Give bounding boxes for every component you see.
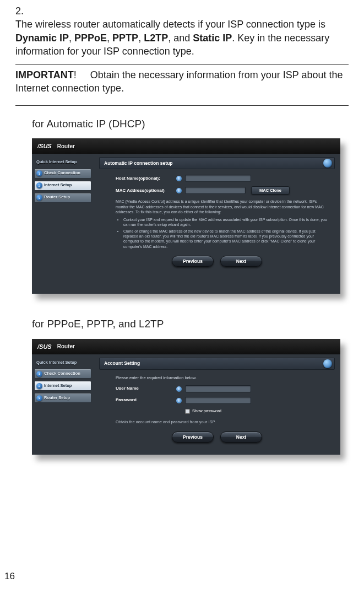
- step-badge-icon: 1: [36, 371, 42, 377]
- next-button[interactable]: Next: [220, 256, 262, 267]
- password-label: Password: [116, 397, 176, 403]
- mac-clone-button[interactable]: MAC Clone: [251, 186, 290, 195]
- wizard-sidebar: Quick Internet Setup 1 Check Connection …: [32, 354, 94, 455]
- obtain-hint: Obtain the account name and password fro…: [116, 419, 335, 425]
- section-title-dhcp: for Automatic IP (DHCP): [32, 117, 349, 131]
- section-title-pppoe: for PPPoE, PPTP, and L2TP: [32, 317, 349, 331]
- mac-address-label: MAC Address(optional): [116, 188, 176, 194]
- help-icon[interactable]: i: [176, 188, 182, 193]
- step-badge-icon: 1: [36, 170, 42, 176]
- mac-info-text: MAC (Media Access Control) address is a …: [116, 199, 329, 249]
- wizard-step-router-setup[interactable]: 3 Router Setup: [34, 193, 91, 203]
- wizard-step-check-connection[interactable]: 1 Check Connection: [34, 169, 91, 179]
- step-text: The wireless router automatically detect…: [15, 18, 331, 58]
- router-header: /SUS Router: [32, 138, 340, 154]
- show-password-label: Show password: [192, 408, 221, 414]
- previous-button[interactable]: Previous: [172, 432, 214, 443]
- router-screenshot-dhcp: /SUS Router Quick Internet Setup 1 Check…: [32, 138, 340, 294]
- wizard-step-internet-setup[interactable]: 2 Internet Setup: [34, 381, 91, 391]
- wizard-sidebar: Quick Internet Setup 1 Check Connection …: [32, 154, 94, 294]
- brand-logo: /SUS: [37, 343, 52, 351]
- panel-header: Account Setting: [99, 358, 335, 370]
- important-note: IMPORTANT! Obtain the necessary informat…: [15, 68, 349, 99]
- show-password-checkbox[interactable]: [185, 409, 190, 414]
- help-icon[interactable]: i: [176, 398, 182, 403]
- step-badge-icon: 2: [36, 182, 42, 188]
- brand-logo: /SUS: [37, 142, 52, 150]
- step-badge-icon: 3: [36, 195, 42, 201]
- globe-icon: [323, 359, 332, 368]
- password-input[interactable]: [185, 397, 251, 404]
- router-screenshot-pppoe: /SUS Router Quick Internet Setup 1 Check…: [32, 339, 340, 455]
- globe-icon: [323, 159, 332, 168]
- mac-address-input[interactable]: [185, 187, 246, 194]
- wizard-step-router-setup[interactable]: 3 Router Setup: [34, 393, 91, 403]
- page-number: 16: [4, 570, 15, 583]
- help-icon[interactable]: i: [176, 176, 182, 181]
- username-label: User Name: [116, 386, 176, 392]
- host-name-input[interactable]: [185, 175, 251, 182]
- next-button[interactable]: Next: [220, 432, 262, 443]
- help-icon[interactable]: i: [176, 386, 182, 392]
- step-number: 2.: [15, 4, 31, 18]
- username-input[interactable]: [185, 385, 251, 392]
- step-item: 2. The wireless router automatically det…: [15, 4, 349, 58]
- step-badge-icon: 3: [36, 395, 42, 401]
- host-name-label: Host Name(optional):: [116, 176, 176, 182]
- router-model: Router: [57, 343, 75, 351]
- form-hint: Please enter the required information be…: [116, 375, 335, 381]
- router-header: /SUS Router: [32, 339, 340, 354]
- divider: [15, 105, 349, 106]
- divider: [15, 64, 349, 65]
- sidebar-title: Quick Internet Setup: [34, 157, 91, 168]
- panel-header: Automatic IP connection setup: [99, 157, 335, 169]
- sidebar-title: Quick Internet Setup: [34, 358, 91, 369]
- wizard-step-check-connection[interactable]: 1 Check Connection: [34, 369, 91, 379]
- wizard-step-internet-setup[interactable]: 2 Internet Setup: [34, 181, 91, 191]
- step-badge-icon: 2: [36, 383, 42, 389]
- router-model: Router: [57, 143, 75, 150]
- previous-button[interactable]: Previous: [172, 256, 214, 267]
